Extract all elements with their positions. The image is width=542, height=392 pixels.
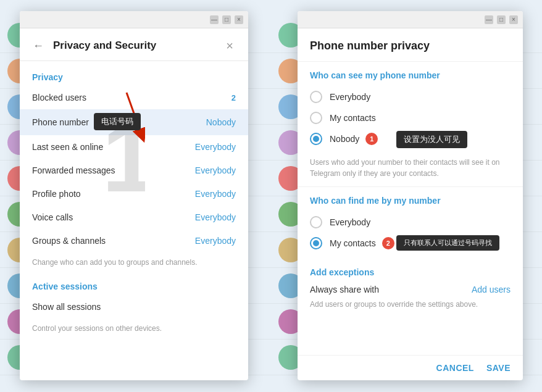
nobody-see-radio[interactable] [310, 133, 322, 145]
phone-number-value: Nobody [206, 117, 236, 127]
groups-channels-row[interactable]: Groups & channels Everybody [20, 229, 248, 252]
privacy-dialog-header: Phone number privacy [298, 28, 523, 62]
nobody-see-option[interactable]: Nobody 1 设置为没人可见 [310, 128, 511, 149]
maximize-button-right[interactable]: □ [497, 15, 506, 24]
forwarded-messages-value: Everybody [195, 165, 236, 175]
my-contacts-find-label: My contacts [330, 238, 376, 248]
privacy-body: Who can see my phone number Everybody My… [298, 62, 523, 355]
forwarded-messages-label: Forwarded messages [32, 165, 195, 175]
titlebar-right: — □ × [298, 11, 523, 28]
dialog-title: Privacy and Security [53, 40, 221, 52]
everybody-see-radio[interactable] [310, 91, 322, 103]
my-contacts-see-radio[interactable] [310, 112, 322, 124]
dialog-body: Privacy Blocked users 2 Phone number 1 电… [20, 61, 248, 380]
exceptions-label: Add exceptions [310, 267, 511, 277]
blocked-users-label: Blocked users [32, 93, 231, 102]
close-window-button-right[interactable]: × [509, 15, 518, 24]
blocked-users-badge: 2 [231, 93, 236, 102]
annotation-1-badge: 1 [122, 116, 135, 128]
close-window-button[interactable]: × [235, 15, 243, 24]
my-contacts-find-option[interactable]: My contacts 2 只有联系人可以通过号码寻找 [310, 233, 511, 254]
active-sessions-label: Active sessions [20, 275, 248, 295]
privacy-security-dialog: — □ × ← Privacy and Security × Privacy B… [20, 11, 248, 380]
profile-photo-row[interactable]: Profile photo Everybody [20, 182, 248, 206]
phone-number-label: Phone number [32, 117, 122, 127]
last-seen-row[interactable]: Last seen & online Everybody [20, 135, 248, 159]
show-all-sessions-label: Show all sessions [32, 302, 236, 312]
always-share-row: Always share with Add users [310, 285, 511, 294]
forwarded-messages-row[interactable]: Forwarded messages Everybody [20, 159, 248, 182]
can-see-info: Users who add your number to their conta… [298, 154, 523, 187]
dialog-header: ← Privacy and Security × [20, 28, 248, 61]
close-dialog-button[interactable]: × [221, 37, 238, 54]
my-contacts-see-label: My contacts [330, 113, 376, 123]
cancel-button[interactable]: CANCEL [436, 363, 474, 373]
can-see-section: Who can see my phone number Everybody My… [298, 62, 523, 154]
can-see-label: Who can see my phone number [310, 70, 511, 80]
my-contacts-find-radio[interactable] [310, 237, 322, 249]
exceptions-hint: Add users or groups to override the sett… [310, 299, 511, 310]
profile-photo-value: Everybody [195, 189, 236, 199]
minimize-button[interactable]: — [210, 15, 219, 24]
blocked-users-row[interactable]: Blocked users 2 [20, 86, 248, 109]
everybody-see-option[interactable]: Everybody [310, 86, 511, 107]
exceptions-section: Add exceptions Always share with Add use… [298, 259, 523, 319]
voice-calls-row[interactable]: Voice calls Everybody [20, 206, 248, 229]
can-find-label: Who can find me by my number [310, 196, 511, 206]
maximize-button[interactable]: □ [222, 15, 231, 24]
everybody-find-radio[interactable] [310, 216, 322, 228]
groups-channels-label: Groups & channels [32, 236, 195, 246]
voice-calls-value: Everybody [195, 212, 236, 222]
always-share-label: Always share with [310, 285, 379, 294]
dialog-footer: CANCEL SAVE [298, 355, 523, 380]
titlebar-left: — □ × [20, 11, 248, 28]
back-button[interactable]: ← [30, 37, 47, 54]
save-button[interactable]: SAVE [486, 363, 511, 373]
profile-photo-label: Profile photo [32, 189, 195, 199]
add-users-link[interactable]: Add users [472, 285, 511, 294]
annotation-nobody-tooltip: 设置为没人可见 [396, 131, 467, 148]
nobody-see-label: Nobody [330, 134, 359, 144]
everybody-find-label: Everybody [330, 217, 370, 227]
everybody-see-label: Everybody [330, 92, 370, 102]
last-seen-value: Everybody [195, 142, 236, 152]
phone-number-privacy-dialog: — □ × Phone number privacy Who can see m… [298, 11, 523, 380]
minimize-button-right[interactable]: — [485, 15, 493, 24]
annotation-contacts-badge: 2 [382, 237, 394, 249]
groups-channels-value: Everybody [195, 236, 236, 246]
annotation-nobody-badge: 1 [365, 133, 378, 145]
annotation-contacts-tooltip: 只有联系人可以通过号码寻找 [396, 235, 499, 251]
privacy-dialog-title: Phone number privacy [310, 40, 511, 52]
show-all-sessions-row[interactable]: Show all sessions [20, 295, 248, 319]
privacy-section-label: Privacy [20, 66, 248, 86]
last-seen-label: Last seen & online [32, 142, 195, 152]
can-find-section: Who can find me by my number Everybody M… [298, 187, 523, 259]
voice-calls-label: Voice calls [32, 212, 195, 222]
sessions-hint: Control your sessions on other devices. [20, 319, 248, 341]
phone-number-row[interactable]: Phone number 1 电话号码 Nobody [20, 109, 248, 135]
my-contacts-see-option[interactable]: My contacts [310, 107, 511, 128]
everybody-find-option[interactable]: Everybody [310, 212, 511, 233]
privacy-hint: Change who can add you to groups and cha… [20, 252, 248, 275]
